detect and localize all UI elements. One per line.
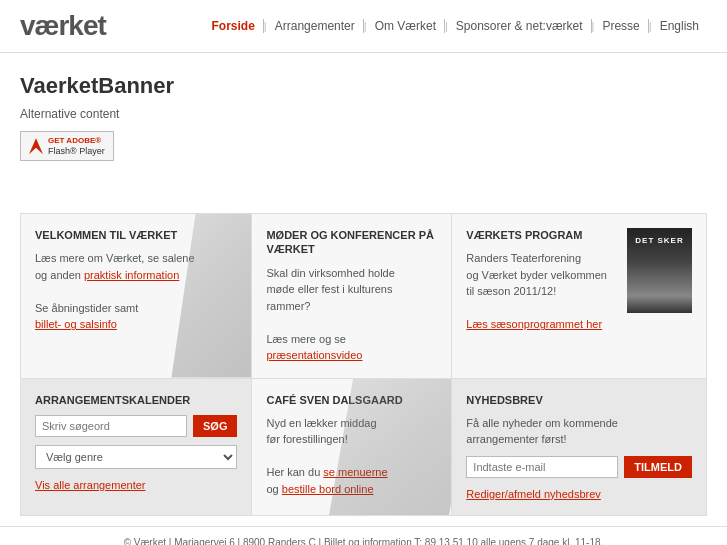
- nav-om[interactable]: Om Værket: [367, 19, 445, 33]
- email-row: TILMELD: [466, 456, 692, 478]
- rediger-nyhedsbrev-link[interactable]: Rediger/afmeld nyhedsbrev: [466, 488, 601, 500]
- program-title: VÆRKETS PROGRAM: [466, 228, 619, 242]
- cell-velkommen: VELKOMMEN TIL VÆRKET Læs mere om Værket,…: [21, 214, 252, 379]
- nav-sponsorer[interactable]: Sponsorer & net:værket: [448, 19, 592, 33]
- cell-kalender: ARRANGEMENTSKALENDER SØG Vælg genre Vis …: [21, 379, 252, 515]
- banner-title: VaerketBanner: [20, 73, 707, 99]
- kalender-title: ARRANGEMENTSKALENDER: [35, 393, 237, 407]
- program-content: VÆRKETS PROGRAM Randers Teaterforening o…: [466, 228, 619, 364]
- praktisk-info-link[interactable]: praktisk information: [84, 269, 179, 281]
- program-image: [627, 228, 692, 313]
- alle-arrangementer-link[interactable]: Vis alle arrangementer: [35, 479, 145, 491]
- moeder-body: Skal din virksomhed holde møde eller fes…: [266, 265, 437, 364]
- genre-select[interactable]: Vælg genre: [35, 445, 237, 469]
- alt-content-label: Alternative content: [20, 107, 707, 121]
- flash-text: Get Adobe® Flash® Player: [48, 136, 105, 156]
- footer-text: © Værket | Mariagervej 6 | 8900 Randers …: [124, 537, 604, 545]
- nav: Forside | Arrangementer | Om Værket | Sp…: [204, 19, 707, 33]
- cell-program: VÆRKETS PROGRAM Randers Teaterforening o…: [452, 214, 706, 379]
- logo: værket: [20, 10, 106, 42]
- nav-forside[interactable]: Forside: [204, 19, 264, 33]
- praesentation-link[interactable]: præsentationsvideo: [266, 349, 362, 361]
- nav-english[interactable]: English: [652, 19, 707, 33]
- search-row: SØG: [35, 415, 237, 437]
- banner-area: VaerketBanner Alternative content Get Ad…: [0, 53, 727, 213]
- billet-salsinfo-link[interactable]: billet- og salsinfo: [35, 318, 117, 330]
- nyhed-body: Få alle nyheder om kommende arrangemente…: [466, 415, 692, 448]
- footer: © Værket | Mariagervej 6 | 8900 Randers …: [0, 526, 727, 545]
- saeson-program-link[interactable]: Læs sæsonprogrammet her: [466, 318, 602, 330]
- nav-presse[interactable]: Presse: [594, 19, 648, 33]
- moeder-title: MØDER OG KONFERENCER PÅ VÆRKET: [266, 228, 437, 257]
- cell-cafe: CAFÉ SVEN DALSGAARD Nyd en lækker middag…: [252, 379, 452, 515]
- flash-badge[interactable]: Get Adobe® Flash® Player: [20, 131, 114, 161]
- email-input[interactable]: [466, 456, 618, 478]
- cell-nyhed: NYHEDSBREV Få alle nyheder om kommende a…: [452, 379, 706, 515]
- tilmeld-button[interactable]: TILMELD: [624, 456, 692, 478]
- program-body: Randers Teaterforening og Værket byder v…: [466, 250, 619, 333]
- search-button[interactable]: SØG: [193, 415, 237, 437]
- nyhed-title: NYHEDSBREV: [466, 393, 692, 407]
- main-grid: VELKOMMEN TIL VÆRKET Læs mere om Værket,…: [20, 213, 707, 516]
- flash-icon: [29, 138, 43, 154]
- nav-arrangementer[interactable]: Arrangementer: [267, 19, 364, 33]
- cell-moeder: MØDER OG KONFERENCER PÅ VÆRKET Skal din …: [252, 214, 452, 379]
- search-input[interactable]: [35, 415, 187, 437]
- header: værket Forside | Arrangementer | Om Værk…: [0, 0, 727, 53]
